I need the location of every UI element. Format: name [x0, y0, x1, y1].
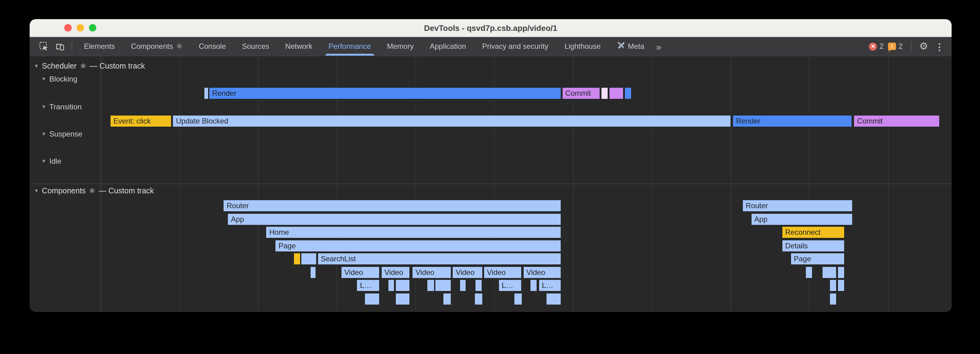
- components-track-header[interactable]: ▼ Components ⚛ — Custom track: [34, 187, 154, 195]
- scheduler-blocking-bar[interactable]: [601, 87, 608, 99]
- component-bar-router[interactable]: Router: [223, 199, 561, 212]
- component-bar[interactable]: [822, 266, 837, 278]
- component-bar-video[interactable]: Video: [452, 266, 483, 278]
- component-bar[interactable]: [837, 266, 845, 278]
- tab-privacy-and-security[interactable]: Privacy and security: [474, 37, 556, 56]
- component-bar-l-[interactable]: L…: [356, 279, 380, 292]
- component-bar-video[interactable]: Video: [412, 266, 451, 278]
- settings-gear-icon[interactable]: ⚙: [919, 41, 928, 51]
- tab-label: Memory: [387, 42, 414, 51]
- component-bar-app[interactable]: App: [751, 213, 853, 225]
- component-bar[interactable]: [514, 293, 522, 305]
- component-bar[interactable]: [829, 279, 837, 292]
- tab-label: Components: [131, 42, 173, 51]
- warning-badge[interactable]: ! 2: [888, 42, 902, 51]
- component-bar[interactable]: [829, 293, 837, 305]
- track-label-divider: [100, 56, 101, 312]
- component-bar-l-[interactable]: L…: [538, 279, 561, 292]
- tab-memory[interactable]: Memory: [379, 37, 422, 56]
- collapse-triangle-icon[interactable]: ▼: [41, 131, 46, 137]
- collapse-triangle-icon[interactable]: ▼: [34, 63, 39, 69]
- component-bar[interactable]: [301, 253, 317, 265]
- component-bar[interactable]: [837, 279, 845, 292]
- component-bar[interactable]: [364, 293, 380, 305]
- component-bar-searchlist[interactable]: SearchList: [317, 253, 561, 265]
- component-bar-app[interactable]: App: [227, 213, 561, 225]
- subtrack-transition[interactable]: ▼Transition: [41, 102, 81, 111]
- scheduler-blocking-bar[interactable]: [204, 87, 208, 99]
- component-bar-details[interactable]: Details: [781, 239, 845, 252]
- component-bar-video[interactable]: Video: [483, 266, 522, 278]
- devtools-window: DevTools - qsvd7p.csb.app/video/1 Elemen…: [30, 19, 951, 312]
- component-bar[interactable]: [459, 279, 466, 292]
- tab-label: Network: [285, 42, 312, 51]
- tab-application[interactable]: Application: [422, 37, 474, 56]
- component-bar[interactable]: [310, 266, 316, 278]
- subtrack-idle[interactable]: ▼Idle: [41, 157, 62, 166]
- tab-lighthouse[interactable]: Lighthouse: [556, 37, 609, 56]
- scheduler-transition-bar-render[interactable]: Render: [732, 115, 852, 127]
- component-bar-video[interactable]: Video: [340, 266, 380, 278]
- scheduler-track-header[interactable]: ▼ Scheduler ⚛ — Custom track: [34, 62, 145, 70]
- error-badge[interactable]: ✕ 2: [869, 42, 884, 51]
- track-title-suffix: — Custom track: [99, 187, 154, 195]
- scheduler-transition-bar-commit[interactable]: Commit: [853, 115, 940, 127]
- tab-network[interactable]: Network: [277, 37, 320, 56]
- component-bar-l-[interactable]: L…: [498, 279, 522, 292]
- subtrack-label: Idle: [49, 157, 62, 166]
- tab-components[interactable]: Components⚛: [123, 37, 191, 56]
- tab-performance[interactable]: Performance: [320, 37, 379, 56]
- tab-console[interactable]: Console: [191, 37, 234, 56]
- component-bar[interactable]: [395, 293, 410, 305]
- component-bar[interactable]: [427, 279, 434, 292]
- inspect-element-icon[interactable]: [36, 38, 52, 54]
- scheduler-blocking-bar[interactable]: [624, 87, 632, 99]
- scheduler-blocking-bar-commit[interactable]: Commit: [562, 87, 600, 99]
- more-tabs-chevron-icon[interactable]: »: [652, 41, 665, 52]
- component-bar[interactable]: [530, 279, 537, 292]
- zoom-window-button[interactable]: [89, 24, 96, 32]
- component-bar[interactable]: [293, 253, 301, 265]
- window-title: DevTools - qsvd7p.csb.app/video/1: [424, 23, 557, 32]
- minimize-window-button[interactable]: [76, 24, 84, 32]
- component-bar[interactable]: [546, 293, 561, 305]
- component-bar[interactable]: [388, 279, 394, 292]
- kebab-menu-icon[interactable]: ⋮: [932, 42, 947, 51]
- scheduler-blocking-bar[interactable]: [609, 87, 624, 99]
- subtrack-label: Suspense: [49, 130, 83, 139]
- track-title: Scheduler: [42, 62, 77, 70]
- tab-label: Console: [199, 42, 226, 51]
- scheduler-transition-bar-update-blocked[interactable]: Update Blocked: [172, 115, 731, 127]
- collapse-triangle-icon[interactable]: ▼: [41, 104, 46, 109]
- close-window-button[interactable]: [64, 24, 72, 32]
- component-bar[interactable]: [805, 266, 813, 278]
- component-bar-page[interactable]: Page: [790, 253, 845, 265]
- collapse-triangle-icon[interactable]: ▼: [34, 188, 39, 193]
- subtrack-label: Blocking: [49, 75, 78, 83]
- window-titlebar: DevTools - qsvd7p.csb.app/video/1: [30, 19, 951, 37]
- tab-strip: ElementsComponents⚛ConsoleSourcesNetwork…: [76, 37, 652, 56]
- device-toolbar-icon[interactable]: [52, 38, 68, 54]
- component-bar-router[interactable]: Router: [742, 199, 853, 212]
- gridline: [651, 56, 652, 312]
- component-bar[interactable]: [435, 279, 451, 292]
- tab-elements[interactable]: Elements: [76, 37, 123, 56]
- tab-meta[interactable]: Meta: [609, 37, 652, 56]
- collapse-triangle-icon[interactable]: ▼: [41, 158, 46, 164]
- subtrack-blocking[interactable]: ▼Blocking: [41, 75, 78, 83]
- component-bar-video[interactable]: Video: [381, 266, 410, 278]
- scheduler-transition-bar-event-click[interactable]: Event: click: [110, 115, 171, 127]
- tab-sources[interactable]: Sources: [234, 37, 277, 56]
- component-bar-home[interactable]: Home: [266, 226, 561, 238]
- component-bar[interactable]: [474, 293, 483, 305]
- subtrack-suspense[interactable]: ▼Suspense: [41, 130, 83, 139]
- component-bar[interactable]: [442, 293, 451, 305]
- tab-label: Sources: [242, 42, 269, 51]
- component-bar-video[interactable]: Video: [523, 266, 561, 278]
- component-bar[interactable]: [475, 279, 482, 292]
- scheduler-blocking-bar-render[interactable]: Render: [208, 87, 561, 99]
- component-bar-page[interactable]: Page: [275, 239, 561, 252]
- collapse-triangle-icon[interactable]: ▼: [41, 76, 46, 81]
- component-bar[interactable]: [395, 279, 410, 292]
- component-bar-reconnect[interactable]: Reconnect: [781, 226, 845, 238]
